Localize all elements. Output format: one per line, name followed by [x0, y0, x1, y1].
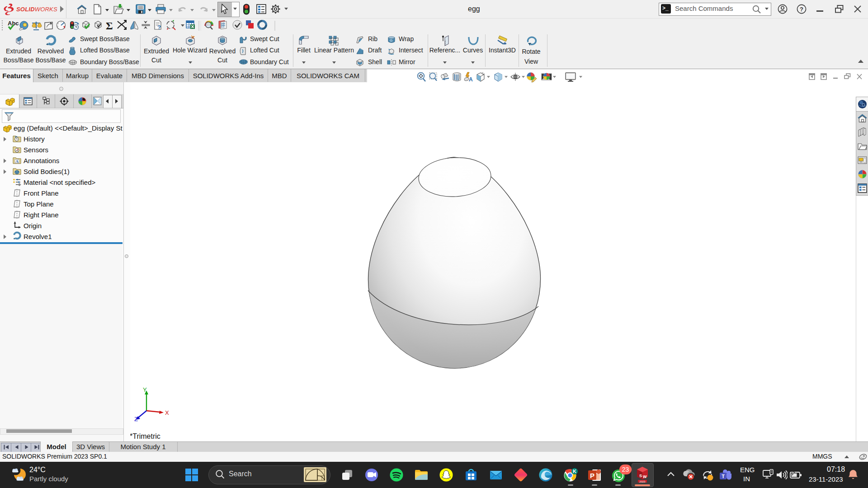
svg-text:W: W — [643, 474, 647, 479]
svg-text:A: A — [15, 159, 19, 164]
svg-text:P: P — [590, 472, 594, 479]
svg-text:T: T — [722, 474, 725, 479]
svg-text:Σ: Σ — [106, 20, 113, 32]
svg-text:?: ? — [800, 6, 803, 13]
svg-text:K: K — [573, 469, 576, 474]
svg-text:S: S — [639, 474, 642, 478]
svg-text:A: A — [469, 76, 473, 83]
svg-text:Y: Y — [143, 387, 147, 393]
svg-text:Z: Z — [134, 416, 138, 422]
svg-text:2023: 2023 — [639, 480, 646, 483]
svg-text:G: G — [390, 38, 392, 42]
svg-text:X: X — [165, 409, 169, 416]
svg-text:?: ? — [157, 24, 161, 31]
